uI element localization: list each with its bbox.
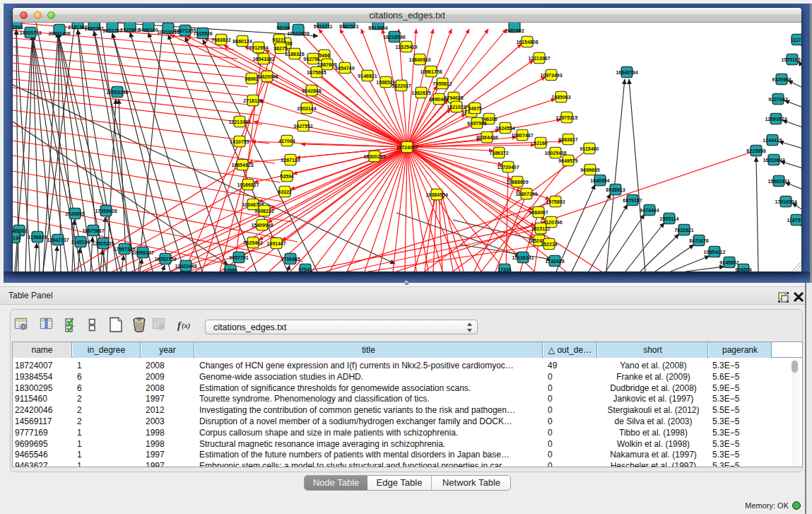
svg-text:1610755: 1610755 xyxy=(230,139,249,144)
svg-text:1621072: 1621072 xyxy=(447,105,466,110)
svg-text:17016504: 17016504 xyxy=(775,199,796,204)
svg-text:16648784: 16648784 xyxy=(616,70,637,75)
svg-text:10961758: 10961758 xyxy=(420,69,442,74)
svg-text:6497568: 6497568 xyxy=(467,121,486,126)
svg-text:20053346: 20053346 xyxy=(106,90,128,95)
svg-text:62160: 62160 xyxy=(534,141,548,146)
svg-text:8215958: 8215958 xyxy=(746,148,765,153)
svg-text:9853257: 9853257 xyxy=(102,28,122,33)
svg-text:53221: 53221 xyxy=(272,37,286,42)
svg-text:7663822: 7663822 xyxy=(211,37,230,42)
svg-text:3716485: 3716485 xyxy=(281,257,300,262)
svg-text:22420046: 22420046 xyxy=(256,74,278,79)
svg-text:1527602: 1527602 xyxy=(120,28,139,33)
svg-text:1156829: 1156829 xyxy=(28,235,47,240)
svg-text:63322: 63322 xyxy=(278,189,292,194)
svg-text:20364436: 20364436 xyxy=(476,135,498,140)
svg-text:18807249: 18807249 xyxy=(515,192,537,197)
svg-text:5919711: 5919711 xyxy=(314,24,333,29)
svg-text:19166827: 19166827 xyxy=(237,182,259,187)
svg-text:2803144: 2803144 xyxy=(297,106,316,111)
svg-text:7386372: 7386372 xyxy=(489,151,508,156)
svg-text:8454749: 8454749 xyxy=(335,66,354,71)
svg-text:2020655: 2020655 xyxy=(65,211,84,216)
svg-text:3427552: 3427552 xyxy=(293,124,312,129)
svg-text:7955812: 7955812 xyxy=(433,81,452,86)
svg-text:2718126: 2718126 xyxy=(243,98,262,103)
svg-text:7632621: 7632621 xyxy=(674,228,693,233)
svg-text:16210643: 16210643 xyxy=(763,158,784,163)
svg-text:97541: 97541 xyxy=(298,267,312,272)
svg-text:12093872: 12093872 xyxy=(765,117,787,122)
svg-text:1167533: 1167533 xyxy=(787,218,801,223)
svg-text:(x): (x) xyxy=(182,322,190,330)
svg-text:36275: 36275 xyxy=(273,46,288,51)
svg-text:39134: 39134 xyxy=(13,235,21,240)
svg-text:9227342: 9227342 xyxy=(768,97,787,102)
svg-text:8938913: 8938913 xyxy=(606,187,625,192)
svg-text:8471676: 8471676 xyxy=(689,238,708,243)
svg-text:10975867: 10975867 xyxy=(82,228,104,233)
svg-text:53594: 53594 xyxy=(280,174,294,179)
svg-text:10033809: 10033809 xyxy=(287,31,309,36)
svg-text:8660124: 8660124 xyxy=(233,39,252,44)
svg-text:6794028: 6794028 xyxy=(444,95,463,100)
svg-text:1145194: 1145194 xyxy=(71,240,90,245)
svg-text:12213369: 12213369 xyxy=(228,119,250,124)
svg-text:16154808: 16154808 xyxy=(516,40,538,45)
svg-text:9084067: 9084067 xyxy=(529,210,548,215)
svg-text:18724007: 18724007 xyxy=(396,145,418,150)
svg-text:15720407: 15720407 xyxy=(497,165,519,170)
svg-text:15409948: 15409948 xyxy=(251,223,273,228)
svg-text:10688609: 10688609 xyxy=(506,180,528,185)
svg-text:12975115: 12975115 xyxy=(556,115,578,120)
svg-text:2935114: 2935114 xyxy=(660,216,679,221)
svg-text:9498222: 9498222 xyxy=(254,209,273,214)
svg-text:9146821: 9146821 xyxy=(358,74,377,78)
svg-text:3624554: 3624554 xyxy=(495,126,514,131)
svg-text:9242848: 9242848 xyxy=(302,88,321,93)
svg-text:17359928: 17359928 xyxy=(95,209,117,214)
svg-text:2867608: 2867608 xyxy=(317,62,336,67)
svg-text:15751074: 15751074 xyxy=(781,57,801,62)
svg-text:9329966: 9329966 xyxy=(772,77,791,82)
svg-text:9699695: 9699695 xyxy=(580,168,599,173)
svg-text:3267130: 3267130 xyxy=(281,158,300,163)
svg-text:12923448: 12923448 xyxy=(175,264,196,269)
svg-text:15692971: 15692971 xyxy=(767,179,789,184)
svg-text:15136141: 15136141 xyxy=(512,255,534,260)
svg-text:7515526: 7515526 xyxy=(193,31,212,36)
svg-text:19654923: 19654923 xyxy=(231,163,253,168)
svg-text:1640954: 1640954 xyxy=(590,178,609,183)
svg-text:924504: 924504 xyxy=(735,267,751,272)
svg-text:8861521: 8861521 xyxy=(339,24,358,29)
svg-text:9474444: 9474444 xyxy=(640,208,659,213)
svg-text:12213967: 12213967 xyxy=(528,56,550,61)
svg-text:5466: 5466 xyxy=(319,53,330,58)
svg-text:18300295: 18300295 xyxy=(363,154,385,159)
svg-text:54975: 54975 xyxy=(468,106,482,111)
svg-text:2687682: 2687682 xyxy=(505,28,524,33)
svg-text:417004: 417004 xyxy=(278,139,295,144)
svg-text:10025438: 10025438 xyxy=(544,151,566,156)
svg-text:13640910: 13640910 xyxy=(408,57,430,62)
svg-text:93565: 93565 xyxy=(223,268,237,272)
svg-text:10807487: 10807487 xyxy=(511,133,533,138)
svg-text:11325419: 11325419 xyxy=(396,45,418,49)
svg-text:1244415: 1244415 xyxy=(763,138,782,143)
svg-text:6466160: 6466160 xyxy=(139,28,158,33)
svg-text:12942737: 12942737 xyxy=(47,238,69,243)
svg-text:19218596: 19218596 xyxy=(383,35,405,40)
svg-text:10973493: 10973493 xyxy=(540,73,562,78)
svg-text:1065287: 1065287 xyxy=(84,26,103,31)
svg-text:19384554: 19384554 xyxy=(425,192,447,197)
svg-text:8186328: 8186328 xyxy=(285,52,304,57)
svg-text:20591: 20591 xyxy=(13,25,23,30)
svg-text:1691447: 1691447 xyxy=(266,241,286,246)
svg-text:96106: 96106 xyxy=(276,25,290,30)
svg-text:1362615: 1362615 xyxy=(411,90,430,95)
svg-text:9649579: 9649579 xyxy=(558,158,577,163)
svg-text:252214: 252214 xyxy=(541,242,557,247)
svg-text:20691406: 20691406 xyxy=(48,31,70,36)
svg-text:6879197: 6879197 xyxy=(623,198,642,203)
